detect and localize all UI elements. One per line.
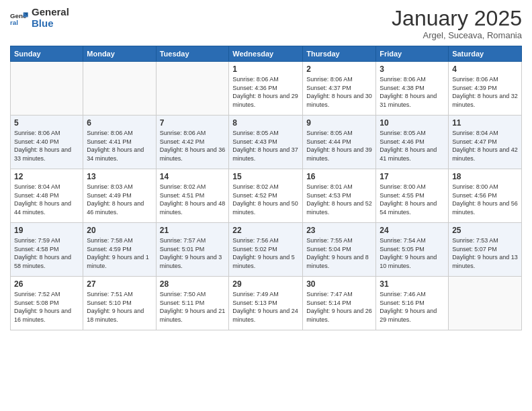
day-info: Sunrise: 8:06 AM Sunset: 4:41 PM Dayligh…	[87, 129, 152, 163]
day-info: Sunrise: 8:05 AM Sunset: 4:43 PM Dayligh…	[232, 129, 299, 163]
header-monday: Monday	[83, 46, 156, 62]
calendar-cell	[449, 277, 522, 330]
calendar-week-row: 19Sunrise: 7:59 AM Sunset: 4:58 PM Dayli…	[11, 223, 522, 277]
header-tuesday: Tuesday	[156, 46, 229, 62]
day-info: Sunrise: 8:06 AM Sunset: 4:39 PM Dayligh…	[452, 75, 518, 109]
calendar-cell: 26Sunrise: 7:52 AM Sunset: 5:08 PM Dayli…	[11, 277, 83, 330]
day-info: Sunrise: 8:04 AM Sunset: 4:48 PM Dayligh…	[14, 183, 79, 216]
day-number: 20	[87, 226, 152, 235]
logo: Gene ral General Blue	[10, 7, 69, 29]
location-subtitle: Argel, Suceava, Romania	[392, 30, 522, 40]
day-info: Sunrise: 8:05 AM Sunset: 4:44 PM Dayligh…	[306, 129, 372, 163]
header-sunday: Sunday	[11, 46, 83, 62]
calendar-page: Gene ral General Blue January 2025 Argel…	[0, 0, 532, 411]
calendar-cell	[156, 62, 229, 116]
header-wednesday: Wednesday	[229, 46, 303, 62]
logo-general: General	[32, 6, 69, 17]
calendar-cell: 6Sunrise: 8:06 AM Sunset: 4:41 PM Daylig…	[83, 116, 156, 169]
calendar-week-row: 1Sunrise: 8:06 AM Sunset: 4:36 PM Daylig…	[11, 62, 522, 116]
day-info: Sunrise: 8:06 AM Sunset: 4:37 PM Dayligh…	[306, 75, 372, 109]
day-number: 5	[14, 118, 79, 128]
day-number: 9	[306, 118, 372, 128]
calendar-cell: 7Sunrise: 8:06 AM Sunset: 4:42 PM Daylig…	[156, 116, 229, 169]
day-info: Sunrise: 8:01 AM Sunset: 4:53 PM Dayligh…	[306, 183, 372, 216]
logo-icon: Gene ral	[10, 9, 29, 28]
day-number: 25	[452, 226, 518, 235]
calendar-cell: 20Sunrise: 7:58 AM Sunset: 4:59 PM Dayli…	[83, 223, 156, 277]
day-number: 2	[306, 64, 372, 74]
calendar-cell: 10Sunrise: 8:05 AM Sunset: 4:46 PM Dayli…	[376, 116, 449, 169]
calendar-cell: 29Sunrise: 7:49 AM Sunset: 5:13 PM Dayli…	[229, 277, 303, 330]
calendar-cell: 25Sunrise: 7:53 AM Sunset: 5:07 PM Dayli…	[449, 223, 522, 277]
calendar-cell: 19Sunrise: 7:59 AM Sunset: 4:58 PM Dayli…	[11, 223, 83, 277]
calendar-cell: 16Sunrise: 8:01 AM Sunset: 4:53 PM Dayli…	[303, 169, 376, 223]
calendar-week-row: 5Sunrise: 8:06 AM Sunset: 4:40 PM Daylig…	[11, 116, 522, 169]
calendar-week-row: 12Sunrise: 8:04 AM Sunset: 4:48 PM Dayli…	[11, 169, 522, 223]
day-info: Sunrise: 7:46 AM Sunset: 5:16 PM Dayligh…	[380, 290, 445, 324]
day-number: 18	[452, 172, 518, 181]
day-number: 27	[87, 279, 152, 289]
day-number: 16	[306, 172, 372, 181]
calendar-cell: 30Sunrise: 7:47 AM Sunset: 5:14 PM Dayli…	[303, 277, 376, 330]
calendar-cell	[83, 62, 156, 116]
calendar-cell: 22Sunrise: 7:56 AM Sunset: 5:02 PM Dayli…	[229, 223, 303, 277]
day-info: Sunrise: 8:05 AM Sunset: 4:46 PM Dayligh…	[380, 129, 445, 163]
day-info: Sunrise: 8:00 AM Sunset: 4:55 PM Dayligh…	[380, 183, 445, 216]
day-info: Sunrise: 7:51 AM Sunset: 5:10 PM Dayligh…	[87, 290, 152, 324]
day-info: Sunrise: 7:54 AM Sunset: 5:05 PM Dayligh…	[380, 236, 445, 270]
day-number: 28	[160, 279, 226, 289]
day-info: Sunrise: 8:06 AM Sunset: 4:38 PM Dayligh…	[380, 75, 445, 109]
logo-blue: Blue	[32, 17, 54, 29]
day-info: Sunrise: 8:06 AM Sunset: 4:40 PM Dayligh…	[14, 129, 79, 163]
calendar-cell: 27Sunrise: 7:51 AM Sunset: 5:10 PM Dayli…	[83, 277, 156, 330]
day-info: Sunrise: 7:49 AM Sunset: 5:13 PM Dayligh…	[232, 290, 299, 324]
calendar-cell: 1Sunrise: 8:06 AM Sunset: 4:36 PM Daylig…	[229, 62, 303, 116]
day-number: 4	[452, 64, 518, 74]
calendar-cell: 24Sunrise: 7:54 AM Sunset: 5:05 PM Dayli…	[376, 223, 449, 277]
weekday-header-row: Sunday Monday Tuesday Wednesday Thursday…	[11, 46, 522, 62]
day-number: 22	[232, 226, 299, 235]
calendar-cell: 17Sunrise: 8:00 AM Sunset: 4:55 PM Dayli…	[376, 169, 449, 223]
day-number: 7	[160, 118, 226, 128]
day-number: 19	[14, 226, 79, 235]
day-number: 1	[232, 64, 299, 74]
title-block: January 2025 Argel, Suceava, Romania	[392, 7, 522, 40]
day-info: Sunrise: 7:55 AM Sunset: 5:04 PM Dayligh…	[306, 236, 372, 270]
day-number: 11	[452, 118, 518, 128]
day-number: 23	[306, 226, 372, 235]
day-info: Sunrise: 7:52 AM Sunset: 5:08 PM Dayligh…	[14, 290, 79, 324]
calendar-cell: 18Sunrise: 8:00 AM Sunset: 4:56 PM Dayli…	[449, 169, 522, 223]
calendar-cell: 23Sunrise: 7:55 AM Sunset: 5:04 PM Dayli…	[303, 223, 376, 277]
day-info: Sunrise: 7:58 AM Sunset: 4:59 PM Dayligh…	[87, 236, 152, 270]
day-number: 12	[14, 172, 79, 181]
day-number: 3	[380, 64, 445, 74]
calendar-cell: 5Sunrise: 8:06 AM Sunset: 4:40 PM Daylig…	[11, 116, 83, 169]
day-number: 10	[380, 118, 445, 128]
day-number: 31	[380, 279, 445, 289]
day-number: 26	[14, 279, 79, 289]
day-info: Sunrise: 7:47 AM Sunset: 5:14 PM Dayligh…	[306, 290, 372, 324]
calendar-cell: 2Sunrise: 8:06 AM Sunset: 4:37 PM Daylig…	[303, 62, 376, 116]
day-info: Sunrise: 8:06 AM Sunset: 4:42 PM Dayligh…	[160, 129, 226, 163]
calendar-cell	[11, 62, 83, 116]
header: Gene ral General Blue January 2025 Argel…	[10, 7, 522, 40]
header-saturday: Saturday	[449, 46, 522, 62]
calendar-table: Sunday Monday Tuesday Wednesday Thursday…	[10, 46, 522, 330]
calendar-cell: 4Sunrise: 8:06 AM Sunset: 4:39 PM Daylig…	[449, 62, 522, 116]
calendar-cell: 8Sunrise: 8:05 AM Sunset: 4:43 PM Daylig…	[229, 116, 303, 169]
calendar-cell: 14Sunrise: 8:02 AM Sunset: 4:51 PM Dayli…	[156, 169, 229, 223]
day-number: 17	[380, 172, 445, 181]
calendar-cell: 13Sunrise: 8:03 AM Sunset: 4:49 PM Dayli…	[83, 169, 156, 223]
svg-text:ral: ral	[10, 18, 18, 26]
calendar-cell: 28Sunrise: 7:50 AM Sunset: 5:11 PM Dayli…	[156, 277, 229, 330]
day-number: 29	[232, 279, 299, 289]
day-number: 8	[232, 118, 299, 128]
day-info: Sunrise: 8:00 AM Sunset: 4:56 PM Dayligh…	[452, 183, 518, 216]
day-info: Sunrise: 7:56 AM Sunset: 5:02 PM Dayligh…	[232, 236, 299, 270]
calendar-cell: 3Sunrise: 8:06 AM Sunset: 4:38 PM Daylig…	[376, 62, 449, 116]
day-number: 24	[380, 226, 445, 235]
calendar-cell: 31Sunrise: 7:46 AM Sunset: 5:16 PM Dayli…	[376, 277, 449, 330]
day-number: 6	[87, 118, 152, 128]
calendar-cell: 21Sunrise: 7:57 AM Sunset: 5:01 PM Dayli…	[156, 223, 229, 277]
calendar-week-row: 26Sunrise: 7:52 AM Sunset: 5:08 PM Dayli…	[11, 277, 522, 330]
